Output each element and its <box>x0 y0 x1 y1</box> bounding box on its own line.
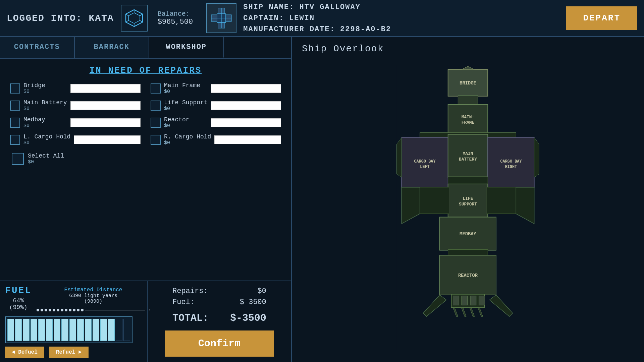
fuel-seg-2 <box>15 319 22 341</box>
repair-item-lcargo: L. Cargo Hold $0 <box>10 133 141 146</box>
mainbattery-label2: BATTERY <box>459 157 477 162</box>
select-all-label: Select All <box>28 153 64 159</box>
ship-icon <box>206 3 236 33</box>
checkbox-mainbattery[interactable] <box>10 101 20 111</box>
mainframe-label: MAIN- <box>462 115 475 120</box>
repair-bar-medbay <box>70 118 141 127</box>
checkbox-lifesupport[interactable] <box>151 101 161 111</box>
lifesupport-label: LIFE <box>463 196 473 201</box>
cargo-left-label: CARGO BAY <box>414 159 436 164</box>
svg-marker-42 <box>534 137 539 177</box>
repair-name-medbay: Medbay <box>23 116 67 123</box>
confirm-button[interactable]: Confirm <box>165 330 274 357</box>
fuel-seg-7 <box>54 319 60 341</box>
svg-marker-41 <box>397 137 402 177</box>
overlook-title: Ship Overlook <box>302 44 634 54</box>
checkbox-select-all[interactable] <box>12 153 24 165</box>
fuel-title: FUEL <box>5 285 32 296</box>
workshop-bottom: FUEL 64% (99%) Estimated Distance 6390 l… <box>0 281 291 362</box>
repair-cost-mainbattery: $0 <box>23 106 67 112</box>
repair-name-mainframe: Main Frame <box>164 82 208 89</box>
fuel-seg-16 <box>123 319 130 341</box>
repair-cost-mainframe: $0 <box>164 89 208 95</box>
repair-item-medbay: Medbay $0 <box>10 116 141 129</box>
checkbox-lcargo[interactable] <box>10 135 20 145</box>
svg-marker-1 <box>128 13 140 23</box>
repair-name-lcargo: L. Cargo Hold <box>23 133 70 140</box>
fuel-percent-current: 64% (99%) <box>9 297 28 311</box>
repair-name-lifesupport: Life Support <box>164 99 208 106</box>
manufacturer-date: MANUFACTURER DATE: 2298-A0-B2 <box>243 24 566 35</box>
est-distance-sub: (9890) <box>84 299 102 304</box>
bridge-label: BRIDGE <box>460 80 476 86</box>
fuel-seg-1 <box>7 319 14 341</box>
repair-item-lifesupport: Life Support $0 <box>151 99 281 112</box>
summary-section: Repairs: $0 Fuel: $-3500 TOTAL: $-3500 C… <box>148 281 291 362</box>
balance-value: $965,500 <box>158 18 193 26</box>
select-all-row: Select All $0 <box>12 153 281 165</box>
refuel-button[interactable]: Refuel ► <box>49 347 89 358</box>
fuel-section: FUEL 64% (99%) Estimated Distance 6390 l… <box>0 281 148 362</box>
cargo-left-label2: LEFT <box>420 165 429 169</box>
fuel-seg-13 <box>100 319 107 341</box>
ship-info: SHIP NAME: HTV GALLOWAY CAPTAIN: LEWIN M… <box>243 2 566 35</box>
fuel-seg-5 <box>38 319 45 341</box>
mainbattery-label: MAIN <box>463 151 473 156</box>
checkbox-reactor[interactable] <box>151 118 161 128</box>
repairs-summary-value: $0 <box>258 287 266 295</box>
ship-diagram: BRIDGE MAIN- FRAME CARGO BAY LEFT <box>396 65 540 350</box>
fuel-seg-3 <box>23 319 30 341</box>
tab-workshop[interactable]: WORKSHOP <box>149 37 224 58</box>
repair-grid: Bridge $0 Main Frame $0 <box>10 82 281 146</box>
repair-item-mainbattery: Main Battery $0 <box>10 99 141 112</box>
checkbox-mainframe[interactable] <box>151 83 161 94</box>
est-distance-value: 6390 light years <box>69 293 117 299</box>
checkbox-rcargo[interactable] <box>151 135 161 145</box>
svg-rect-30 <box>462 296 468 305</box>
repair-bar-mainframe <box>211 84 281 93</box>
total-summary-value: $-3500 <box>230 312 266 324</box>
balance-block: Balance: $965,500 <box>158 10 193 26</box>
balance-label: Balance: <box>158 10 193 18</box>
repair-cost-lifesupport: $0 <box>164 106 208 112</box>
repair-bar-rcargo <box>214 135 281 144</box>
svg-rect-15 <box>458 96 478 106</box>
tab-barrack[interactable]: BARRACK <box>75 37 150 58</box>
repair-item-reactor: Reactor $0 <box>151 116 281 129</box>
repair-cost-medbay: $0 <box>23 123 67 129</box>
fuel-seg-10 <box>77 319 84 341</box>
cargo-right-label2: RIGHT <box>505 165 517 169</box>
left-panel: CONTRACTS BARRACK WORKSHOP IN NEED OF RE… <box>0 37 292 362</box>
est-distance-label: Estimated Distance <box>64 287 122 293</box>
fuel-summary-value: $-3500 <box>240 298 266 306</box>
medbay-label: MEDBAY <box>460 231 476 237</box>
svg-rect-32 <box>479 296 485 305</box>
repair-bar-lcargo <box>74 135 141 144</box>
depart-button[interactable]: DEPART <box>566 6 637 30</box>
checkbox-bridge[interactable] <box>10 83 20 94</box>
repair-bar-reactor <box>211 118 281 127</box>
svg-rect-31 <box>470 296 476 305</box>
fuel-seg-15 <box>116 319 122 341</box>
repair-name-mainbattery: Main Battery <box>23 99 67 106</box>
fuel-seg-14 <box>108 319 115 341</box>
select-all-cost: $0 <box>28 159 64 165</box>
svg-rect-24 <box>487 187 516 214</box>
repairs-summary-line: Repairs: $0 <box>172 287 266 295</box>
defuel-button[interactable]: ◄ Defuel <box>5 347 44 358</box>
fuel-seg-11 <box>85 319 92 341</box>
repair-item-mainframe: Main Frame $0 <box>151 82 281 95</box>
tab-contracts[interactable]: CONTRACTS <box>0 37 75 58</box>
repairs-section-title: IN NEED OF REPAIRS <box>10 65 281 75</box>
repair-cost-lcargo: $0 <box>23 140 70 146</box>
checkbox-medbay[interactable] <box>10 118 20 128</box>
mainframe-label2: FRAME <box>462 120 475 125</box>
repair-item-bridge: Bridge $0 <box>10 82 141 95</box>
fuel-summary-line: Fuel: $-3500 <box>172 298 266 306</box>
repair-cost-reactor: $0 <box>164 123 208 129</box>
workshop-content: IN NEED OF REPAIRS Bridge $0 Main Fram <box>0 59 291 281</box>
fuel-slider[interactable]: → <box>37 307 150 313</box>
cargo-right-label: CARGO BAY <box>500 159 522 164</box>
fuel-seg-12 <box>93 319 99 341</box>
fuel-seg-6 <box>46 319 53 341</box>
